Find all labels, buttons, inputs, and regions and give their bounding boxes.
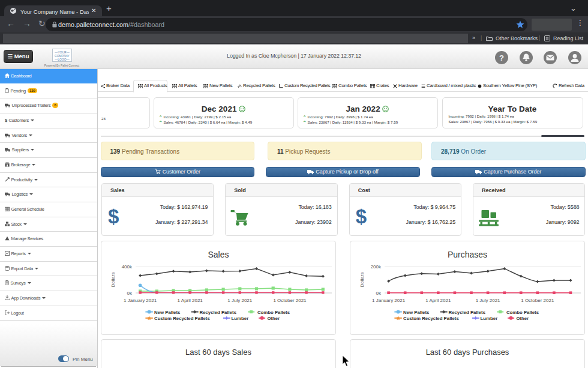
svg-text:Custom Recycled Pallets: Custom Recycled Pallets	[154, 316, 210, 321]
svg-text:Combo Pallets: Combo Pallets	[506, 310, 539, 315]
svg-text:Recycled Pallets: Recycled Pallets	[200, 310, 237, 315]
svg-text:1 April 2021: 1 April 2021	[178, 298, 203, 303]
svg-text:1 July 2021: 1 July 2021	[227, 298, 252, 303]
svg-text:Other: Other	[267, 316, 280, 321]
svg-text:Lumber: Lumber	[481, 316, 498, 321]
svg-text:Recycled Pallets: Recycled Pallets	[449, 310, 486, 315]
svg-text:1 January 2021: 1 January 2021	[372, 298, 406, 303]
svg-text:1 April 2021: 1 April 2021	[425, 298, 451, 303]
svg-text:?: ?	[499, 53, 504, 62]
svg-text:New Pallets: New Pallets	[403, 310, 430, 315]
svg-text:Dollars: Dollars	[359, 273, 365, 288]
svg-text:1 October 2021: 1 October 2021	[273, 298, 307, 303]
svg-text:0k: 0k	[127, 291, 133, 296]
svg-text:Sales: Sales	[208, 250, 229, 259]
svg-text:200k: 200k	[371, 264, 382, 270]
svg-text:Other: Other	[516, 316, 529, 321]
svg-text:Purchases: Purchases	[448, 250, 487, 259]
svg-text:400k: 400k	[122, 264, 133, 270]
svg-text:Combo Pallets: Combo Pallets	[257, 310, 290, 315]
svg-text:1 January 2021: 1 January 2021	[124, 298, 157, 303]
svg-text:0k: 0k	[376, 291, 382, 296]
svg-text:New Pallets: New Pallets	[154, 310, 181, 315]
svg-text:1 July 2021: 1 July 2021	[476, 298, 500, 303]
svg-text:1 October 2021: 1 October 2021	[521, 298, 554, 303]
svg-text:Custom Recycled Pallets: Custom Recycled Pallets	[403, 316, 459, 321]
svg-text:Dollars: Dollars	[110, 273, 116, 288]
svg-text:Lumber: Lumber	[232, 316, 249, 321]
